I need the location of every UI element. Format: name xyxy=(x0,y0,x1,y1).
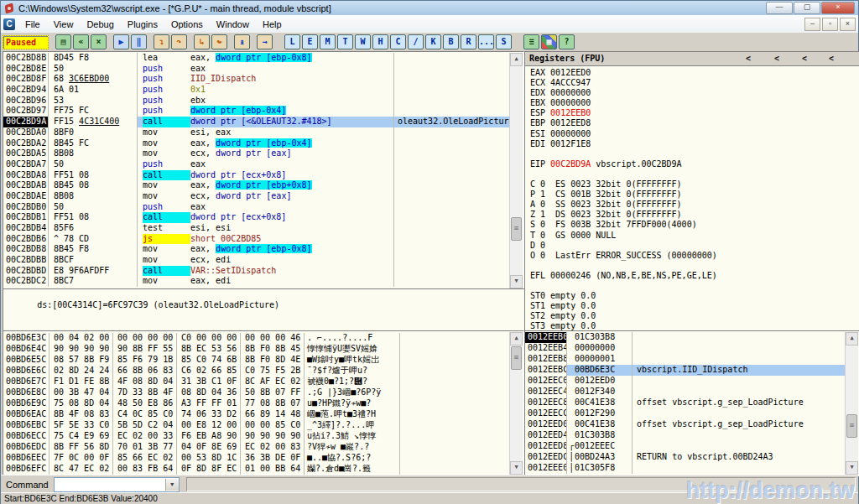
disasm-row[interactable]: 00C2BDA750pusheax xyxy=(3,159,510,170)
stack-row[interactable]: 0012EEDC│00BD24A3RETURN to vbscript.00BD… xyxy=(525,452,846,463)
registers-pane[interactable]: Registers (FPU) < < < < EAX 0012EED0ECX … xyxy=(524,51,859,332)
scroll-thumb[interactable] xyxy=(511,346,522,370)
animate-over-button[interactable]: ↬ xyxy=(211,34,227,49)
menu-window[interactable]: Window xyxy=(210,18,256,31)
stack-row[interactable]: 0012EED8┌0012EEEC xyxy=(525,441,846,452)
view-button-runtrace[interactable]: ... xyxy=(478,34,494,49)
disasm-row[interactable]: 00C2BDB1FF51 08calldword ptr [ecx+0x8] xyxy=(3,212,510,223)
view-button-H[interactable]: H xyxy=(372,34,388,49)
register-line[interactable]: ST1 empty 0.0 xyxy=(530,301,859,311)
disasm-row[interactable]: 00C2BD8E50pusheax xyxy=(3,64,510,75)
dump-row[interactable]: 00BD6E6C02 8D 24 2466 8B 06 83C6 02 66 8… xyxy=(3,366,510,377)
register-line[interactable]: EDX 00000000 xyxy=(530,88,859,98)
register-bank-arrow[interactable]: < xyxy=(829,52,834,65)
disasm-row[interactable]: 00C2BD9AFF15 4C31C400calldword ptr [<&OL… xyxy=(3,117,510,127)
disasm-row[interactable]: 00C2BD9653pushebx xyxy=(3,96,510,107)
stack-row[interactable]: 0012EEB800000001 xyxy=(525,354,846,365)
disasm-row[interactable]: 00C2BD8B8D45 F8leaeax, dword ptr [ebp-0x… xyxy=(3,53,510,64)
register-line[interactable] xyxy=(530,281,859,291)
view-button-L[interactable]: L xyxy=(284,34,300,49)
stack-row[interactable]: 0012EED401C303B8 xyxy=(525,430,846,441)
register-line[interactable]: D 0 xyxy=(530,241,859,251)
scroll-up-icon[interactable]: ▲ xyxy=(510,53,523,66)
view-button-E[interactable]: E xyxy=(302,34,318,49)
disassembly-pane[interactable]: 00C2BD8B8D45 F8leaeax, dword ptr [ebp-0x… xyxy=(3,51,524,290)
scroll-down-icon[interactable]: ▼ xyxy=(846,461,858,475)
register-line[interactable]: EIP 00C2BD9A vbscript.00C2BD9A xyxy=(530,159,859,169)
disasm-row[interactable]: 00C2BDA58B08movecx, dword ptr [eax] xyxy=(3,148,510,159)
until-return-button[interactable]: ↨ xyxy=(234,34,250,49)
goto-button[interactable]: → xyxy=(257,34,273,49)
view-button-M[interactable]: M xyxy=(320,34,336,49)
view-button-patches[interactable]: / xyxy=(408,34,424,49)
disasm-row[interactable]: 00C2BDB050pusheax xyxy=(3,202,510,213)
dump-row[interactable]: 00BD6E7CF1 D1 FE 8B4F 08 8D 0431 3B C1 0… xyxy=(3,377,510,387)
pause-button[interactable]: ‖ xyxy=(131,34,147,49)
disasm-row[interactable]: 00C2BDB88B45 F8moveax, dword ptr [ebp-0x… xyxy=(3,244,510,255)
close-button[interactable]: × xyxy=(821,2,855,14)
dump-scrollbar[interactable]: ▲ ▼ xyxy=(509,332,523,475)
stack-row[interactable]: 0012EEC40012F340 xyxy=(525,387,846,397)
scroll-up-icon[interactable]: ▲ xyxy=(846,332,858,346)
register-line[interactable]: ST2 empty 0.0 xyxy=(530,311,859,321)
register-line[interactable]: EBX 00000000 xyxy=(530,98,859,108)
scroll-down-icon[interactable]: ▼ xyxy=(510,461,523,475)
scroll-up-icon[interactable]: ▲ xyxy=(510,332,523,346)
register-bank-arrow[interactable]: < xyxy=(802,52,807,65)
disasm-row[interactable]: 00C2BD8F68 3C6EBD00pushIID_IDispatch xyxy=(3,74,510,85)
disasm-row[interactable]: 00C2BD97FF75 FCpushdword ptr [ebp-0x4] xyxy=(3,106,510,117)
dump-row[interactable]: 00BD6E9C75 08 8D 0448 50 E8 86A3 FF FF 0… xyxy=(3,398,510,409)
menu-debug[interactable]: Debug xyxy=(80,18,120,31)
step-over-button[interactable]: ↷ xyxy=(171,34,187,49)
mdi-close-button[interactable]: × xyxy=(840,18,856,31)
register-line[interactable] xyxy=(530,261,859,271)
stack-row[interactable]: 0012EEB400000000 xyxy=(525,343,846,354)
register-line[interactable] xyxy=(530,149,859,159)
disasm-row[interactable]: 00C2BDAB8B45 08moveax, dword ptr [ebp+0x… xyxy=(3,180,510,191)
register-line[interactable]: ECX 4ACCC947 xyxy=(530,78,859,88)
stack-pane[interactable]: 0012EEB001C303B80012EEB4000000000012EEB8… xyxy=(524,330,859,476)
menu-view[interactable]: View xyxy=(47,18,81,31)
appearance-button[interactable]: ▦ xyxy=(541,34,557,49)
stack-row[interactable]: 0012EEC800C41E38offset vbscript.g_sep_Lo… xyxy=(525,397,846,408)
register-line[interactable]: EDI 0012F1E8 xyxy=(530,139,859,149)
register-line[interactable]: O 0 LastErr ERROR_SUCCESS (00000000) xyxy=(530,251,859,261)
register-line[interactable]: Z 1 DS 0023 32bit 0(FFFFFFFF) xyxy=(530,210,859,220)
dump-row[interactable]: 00BD6E8C00 3B 47 047D 33 8B 4F08 8D 04 3… xyxy=(3,387,510,398)
mdi-minimize-button[interactable]: – xyxy=(804,18,820,31)
dump-row[interactable]: 00BD6EFC8C 47 EC 0200 83 FB 640F 8D 8F E… xyxy=(3,464,510,475)
open-file-button[interactable]: ▤ xyxy=(55,34,71,49)
disasm-row[interactable]: 00C2BD946A 01push0x1 xyxy=(3,85,510,96)
dump-row[interactable]: 00BD6E5C08 57 8B F985 F6 79 1B85 C0 74 6… xyxy=(3,355,510,366)
step-into-button[interactable]: ↴ xyxy=(154,34,169,49)
register-line[interactable]: T 0 GS 0000 NULL xyxy=(530,231,859,241)
disasm-row[interactable]: 00C2BDA08BF0movesi, eax xyxy=(3,127,510,138)
register-line[interactable] xyxy=(530,169,859,179)
stack-row[interactable]: 0012EECC0012F290 xyxy=(525,408,846,419)
chevron-down-icon[interactable]: ▼ xyxy=(165,479,179,491)
disasm-row[interactable]: 00C2BDBB8BCFmovecx, edi xyxy=(3,255,510,266)
dump-row[interactable]: 00BD6EBC5F 5E 33 C05B 5D C2 0400 E8 12 0… xyxy=(3,420,510,431)
dump-row[interactable]: 00BD6E4C90 90 90 9090 8B FF 558B EC 53 5… xyxy=(3,344,510,355)
close-process-button[interactable]: × xyxy=(91,34,107,49)
dump-row[interactable]: 00BD6ECC75 C4 E9 69EC 02 00 33F6 EB A8 9… xyxy=(3,431,510,442)
dump-row[interactable]: 00BD6E3C00 04 02 0000 00 00 00C0 00 00 0… xyxy=(3,333,510,344)
register-bank-arrow[interactable]: < xyxy=(774,52,779,65)
stack-row[interactable]: 0012EED000C41E38offset vbscript.g_sep_Lo… xyxy=(525,419,846,430)
view-button-R[interactable]: R xyxy=(461,34,476,49)
scroll-down-icon[interactable]: ▼ xyxy=(510,275,523,288)
disasm-row[interactable]: 00C2BDA8FF51 08calldword ptr [ecx+0x8] xyxy=(3,170,510,181)
run-button[interactable]: ▶ xyxy=(113,34,129,49)
register-line[interactable]: ESI 00000000 xyxy=(530,129,859,139)
disassembly-scrollbar[interactable]: ▲ ▼ xyxy=(509,53,523,288)
disasm-row[interactable]: 00C2BDAE8B08movecx, dword ptr [eax] xyxy=(3,191,510,202)
command-input[interactable]: ▼ xyxy=(54,477,180,492)
view-button-K[interactable]: K xyxy=(425,34,441,49)
scroll-thumb[interactable] xyxy=(846,414,857,438)
dump-row[interactable]: 00BD6EEC7F 0C 00 0F85 66 EC 0200 53 8D 1… xyxy=(3,453,510,464)
mdi-restore-button[interactable]: ▫ xyxy=(822,18,838,31)
disasm-row[interactable]: 00C2BDA28B45 FCmoveax, dword ptr [ebp-0x… xyxy=(3,138,510,149)
dump-row[interactable]: 00BD6EDC8B FF 56 8D70 01 3B 7704 0F 8E 6… xyxy=(3,442,510,453)
help-button[interactable]: ? xyxy=(559,34,575,49)
register-line[interactable]: A 0 SS 0023 32bit 0(FFFFFFFF) xyxy=(530,200,859,210)
